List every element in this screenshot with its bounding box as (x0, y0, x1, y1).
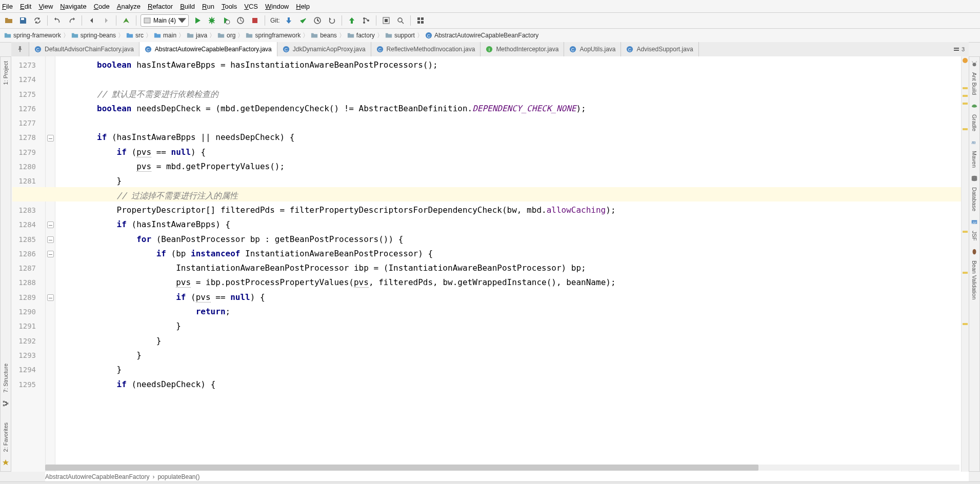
code-line[interactable]: } (57, 319, 961, 333)
fold-gutter[interactable] (46, 56, 55, 472)
code-line[interactable]: for (BeanPostProcessor bp : getBeanPostP… (57, 232, 961, 247)
breadcrumb-main[interactable]: main (154, 32, 176, 39)
back-button[interactable] (86, 15, 97, 26)
search-everywhere-button[interactable] (395, 15, 406, 26)
fold-toggle[interactable] (47, 251, 54, 257)
code-line[interactable]: if (bp instanceof InstantiationAwareBean… (57, 247, 961, 261)
menu-view[interactable]: View (38, 3, 53, 10)
code-line[interactable]: pvs = mbd.getPropertyValues(); (57, 159, 961, 174)
undo-button[interactable] (52, 15, 63, 26)
editor-tab[interactable]: CAdvisedSupport.java (621, 42, 698, 56)
sync-button[interactable] (32, 15, 43, 26)
tool-window-structure[interactable]: 7: Structure (2, 359, 10, 397)
coverage-button[interactable] (221, 15, 232, 26)
code-line[interactable]: } (57, 362, 961, 377)
debug-button[interactable] (206, 15, 217, 26)
breadcrumb-beans[interactable]: beans (311, 32, 337, 39)
profile-button[interactable] (235, 15, 246, 26)
ide-settings-button[interactable] (381, 15, 392, 26)
menu-vcs[interactable]: VCS (244, 3, 258, 10)
code-line[interactable]: boolean needsDepCheck = (mbd.getDependen… (57, 102, 961, 116)
code-line[interactable] (57, 116, 961, 130)
line-number[interactable]: 1291 (11, 319, 45, 333)
tool-window-maven[interactable]: Maven (970, 147, 978, 172)
code-line[interactable]: InstantiationAwareBeanPostProcessor ibp … (57, 261, 961, 275)
code-line[interactable]: // 默认是不需要进行依赖检查的 (57, 87, 961, 102)
line-number[interactable]: 1294 (11, 362, 45, 377)
line-number[interactable]: 1285 (11, 232, 45, 247)
tool-window-project[interactable]: 1: Project (2, 57, 10, 89)
project-structure-button[interactable] (415, 15, 426, 26)
menu-code[interactable]: Code (94, 3, 110, 10)
breadcrumb-src[interactable]: src (126, 32, 144, 39)
code-line[interactable]: if (hasInstAwareBpps) { (57, 217, 961, 232)
line-number[interactable]: 1275 (11, 87, 45, 102)
tool-window-bean-validation[interactable]: Bean Validation (970, 256, 978, 304)
vcs-commit-button[interactable] (297, 15, 309, 26)
vcs-update-button[interactable] (283, 15, 294, 26)
menu-window[interactable]: Window (265, 3, 289, 10)
line-number[interactable]: 1277 (11, 116, 45, 130)
menu-tools[interactable]: Tools (222, 3, 237, 10)
run-button[interactable] (192, 15, 203, 26)
tool-window-favorites[interactable]: 2: Favorites (2, 418, 10, 456)
editor-tab[interactable]: CAbstractAutowireCapableBeanFactory.java (139, 42, 277, 57)
editor-breadcrumb[interactable]: AbstractAutowireCapableBeanFactory › pop… (45, 472, 969, 482)
editor-tab[interactable]: CDefaultAdvisorChainFactory.java (29, 42, 139, 56)
code-line[interactable]: pvs = ibp.postProcessPropertyValues(pvs,… (57, 275, 961, 290)
breadcrumb-java[interactable]: java (187, 32, 207, 39)
code-line[interactable]: } (57, 174, 961, 188)
breadcrumb-springframework[interactable]: springframework (246, 32, 301, 39)
line-number[interactable]: 1273 (11, 58, 45, 72)
line-number[interactable]: 1290 (11, 305, 45, 319)
menu-file[interactable]: File (2, 3, 13, 10)
menu-analyze[interactable]: Analyze (117, 3, 141, 10)
editor-tab[interactable]: CAopUtils.java (564, 42, 621, 56)
line-number[interactable]: 1293 (11, 348, 45, 362)
code-line[interactable]: if (pvs == null) { (57, 145, 961, 159)
error-stripe[interactable] (961, 56, 969, 472)
line-number[interactable]: 1292 (11, 334, 45, 348)
breadcrumb-abstractautowirecapablebeanfactory[interactable]: CAbstractAutowireCapableBeanFactory (425, 32, 538, 39)
redo-button[interactable] (66, 15, 77, 26)
menu-run[interactable]: Run (202, 3, 214, 10)
breadcrumb-support[interactable]: support (385, 32, 415, 39)
line-number[interactable]: 1283 (11, 203, 45, 217)
vcs-branch-button[interactable] (361, 15, 372, 26)
line-number[interactable]: 1276 (11, 102, 45, 116)
forward-button[interactable] (101, 15, 112, 26)
breadcrumb-factory[interactable]: factory (347, 32, 375, 39)
menu-help[interactable]: Help (296, 3, 310, 10)
editor-crumb-method[interactable]: populateBean() (157, 473, 199, 480)
build-button[interactable] (121, 15, 132, 26)
menu-refactor[interactable]: Refactor (148, 3, 173, 10)
code-line[interactable] (57, 72, 961, 87)
code-line[interactable]: if (needsDepCheck) { (57, 377, 961, 392)
stop-button[interactable] (249, 15, 261, 26)
vcs-revert-button[interactable] (326, 15, 337, 26)
code-line[interactable]: if (pvs == null) { (57, 290, 961, 305)
editor-tab[interactable]: CJdkDynamicAopProxy.java (277, 42, 371, 56)
editor-tab[interactable]: CReflectiveMethodInvocation.java (371, 42, 481, 56)
line-number[interactable]: 1284 (11, 217, 45, 232)
code-line[interactable]: } (57, 334, 961, 348)
line-number[interactable]: 1280 (11, 159, 45, 174)
breadcrumb-org[interactable]: org (217, 32, 235, 39)
fold-toggle[interactable] (47, 236, 54, 243)
breadcrumb-spring-beans[interactable]: spring-beans (71, 32, 116, 39)
run-config-combo[interactable]: Main (4) (141, 14, 189, 27)
code-line[interactable]: if (hasInstAwareBpps || needsDepCheck) { (57, 130, 961, 145)
fold-toggle[interactable] (47, 221, 54, 228)
fold-toggle[interactable] (47, 294, 54, 301)
line-number[interactable]: 1278 (11, 130, 45, 145)
tool-window-jsf[interactable]: JSF (970, 227, 978, 245)
breadcrumb-spring-framework[interactable]: spring-framework (4, 32, 61, 39)
editor-crumb-class[interactable]: AbstractAutowireCapableBeanFactory (45, 473, 149, 480)
tool-window-gradle[interactable]: Gradle (970, 110, 978, 135)
code-line[interactable]: boolean hasInstAwareBpps = hasInstantiat… (57, 58, 961, 72)
line-number[interactable]: 1286 (11, 247, 45, 261)
line-number-gutter[interactable]: 1273127412751276127712781279128012811282… (11, 56, 46, 472)
tab-pin-icon[interactable] (11, 42, 29, 56)
tool-window-database[interactable]: Database (970, 183, 978, 215)
menu-edit[interactable]: Edit (20, 3, 31, 10)
